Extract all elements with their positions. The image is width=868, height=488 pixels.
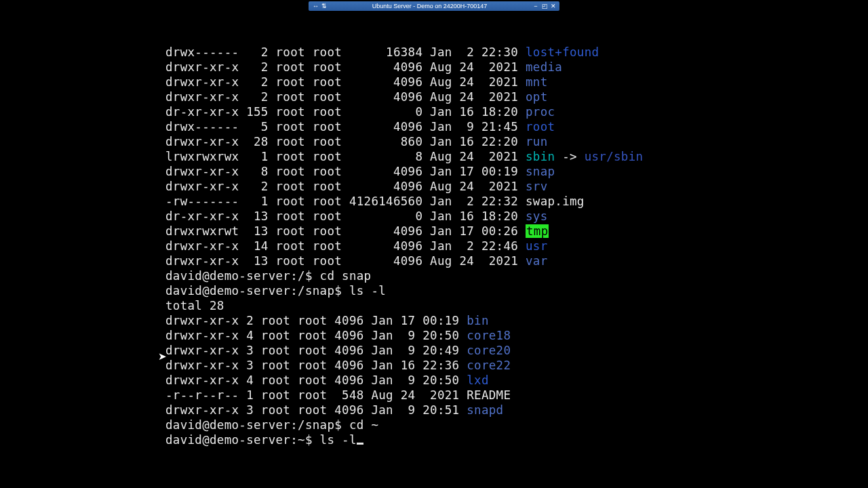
ls-row: -r--r--r-- 1 root root 548 Aug 24 2021 R…	[165, 388, 643, 403]
net-icon: ↔	[313, 3, 319, 9]
titlebar-left-icons: ↔ ⇅	[313, 3, 327, 9]
ls-row: dr-xr-xr-x 155 root root 0 Jan 16 18:20 …	[165, 104, 643, 119]
ls-row: dr-xr-xr-x 13 root root 0 Jan 16 18:20 s…	[165, 209, 643, 224]
cursor	[357, 443, 363, 445]
prompt-line: david@demo-server:~$ ls -l	[165, 432, 643, 447]
ls-row: drwx------ 2 root root 16384 Jan 2 22:30…	[165, 45, 643, 60]
ls-row: lrwxrwxrwx 1 root root 8 Aug 24 2021 sbi…	[165, 149, 643, 164]
ls-row: drwxr-xr-x 2 root root 4096 Aug 24 2021 …	[165, 89, 643, 104]
ls-row: drwxrwxrwt 13 root root 4096 Jan 17 00:2…	[165, 224, 643, 239]
minimize-button[interactable]: −	[532, 3, 539, 9]
ls-row: drwxr-xr-x 14 root root 4096 Jan 2 22:46…	[165, 239, 643, 253]
terminal-viewport[interactable]: drwx------ 2 root root 16384 Jan 2 22:30…	[165, 45, 643, 447]
window-titlebar: ↔ ⇅ Ubuntu Server - Demo on 24200H-70014…	[309, 1, 559, 11]
prompt-line: david@demo-server:/$ cd snap	[165, 268, 643, 283]
ls-row: drwxr-xr-x 2 root root 4096 Aug 24 2021 …	[165, 60, 643, 75]
ls-row: -rw------- 1 root root 4126146560 Jan 2 …	[165, 194, 643, 209]
ls-row: drwx------ 5 root root 4096 Jan 9 21:45 …	[165, 119, 643, 134]
ls-row: drwxr-xr-x 28 root root 860 Jan 16 22:20…	[165, 134, 643, 149]
total-line: total 28	[165, 298, 643, 313]
ls-row: drwxr-xr-x 2 root root 4096 Aug 24 2021 …	[165, 179, 643, 194]
maximize-button[interactable]: ◰	[541, 3, 548, 9]
ls-row: drwxr-xr-x 2 root root 4096 Aug 24 2021 …	[165, 75, 643, 89]
prompt-line: david@demo-server:/snap$ ls -l	[165, 283, 643, 298]
ls-row: drwxr-xr-x 3 root root 4096 Jan 9 20:51 …	[165, 403, 643, 418]
ls-row: drwxr-xr-x 3 root root 4096 Jan 9 20:49 …	[165, 343, 643, 358]
window-controls: − ◰ ✕	[532, 3, 557, 9]
window-title: Ubuntu Server - Demo on 24200H-700147	[327, 3, 532, 9]
ls-row: drwxr-xr-x 2 root root 4096 Jan 17 00:19…	[165, 313, 643, 328]
ls-row: drwxr-xr-x 3 root root 4096 Jan 16 22:36…	[165, 358, 643, 373]
signal-icon: ⇅	[321, 3, 327, 9]
ls-row: drwxr-xr-x 13 root root 4096 Aug 24 2021…	[165, 253, 643, 268]
mouse-cursor: ➤	[158, 351, 167, 361]
ls-row: drwxr-xr-x 4 root root 4096 Jan 9 20:50 …	[165, 373, 643, 388]
ls-row: drwxr-xr-x 8 root root 4096 Jan 17 00:19…	[165, 164, 643, 179]
close-button[interactable]: ✕	[550, 3, 557, 9]
ls-row: drwxr-xr-x 4 root root 4096 Jan 9 20:50 …	[165, 328, 643, 343]
prompt-line: david@demo-server:/snap$ cd ~	[165, 418, 643, 432]
